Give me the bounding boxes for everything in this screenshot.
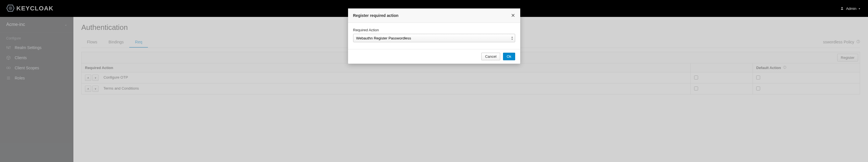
- svg-point-2: [841, 7, 843, 8]
- user-menu[interactable]: Admin ▾: [840, 6, 860, 11]
- brand-text: KEYCLOAK: [17, 5, 53, 12]
- required-action-select[interactable]: Webauthn Register Passwordless: [353, 34, 515, 42]
- user-icon: [840, 6, 844, 11]
- chevron-down-icon: ▾: [859, 7, 860, 10]
- cancel-button[interactable]: Cancel: [481, 53, 500, 60]
- required-action-label: Required Action: [353, 28, 515, 32]
- close-icon[interactable]: ✕: [511, 12, 515, 18]
- register-required-action-modal: Register required action ✕ Required Acti…: [348, 8, 520, 64]
- brand-logo[interactable]: KEYCLOAK: [6, 4, 53, 13]
- ok-button[interactable]: Ok: [503, 53, 515, 60]
- svg-marker-1: [8, 6, 13, 10]
- user-label: Admin: [846, 6, 857, 11]
- keycloak-icon: [6, 4, 15, 13]
- modal-title: Register required action: [353, 13, 399, 18]
